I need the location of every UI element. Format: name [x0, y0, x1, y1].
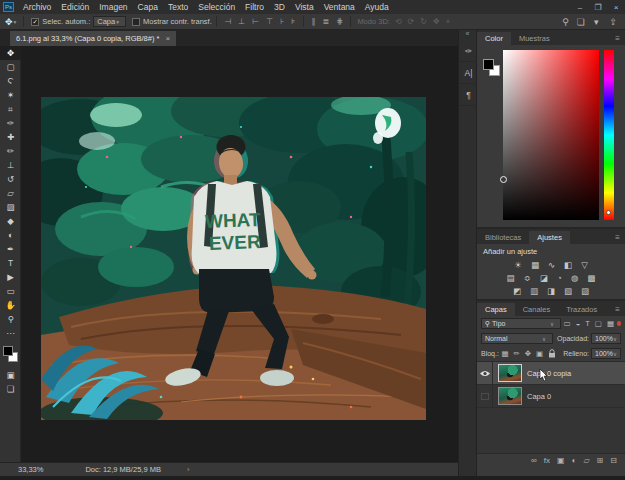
canvas-area[interactable]: WHAT EVER [22, 46, 458, 462]
color-balance-icon[interactable]: ≎ [524, 273, 531, 283]
tool-screen-mode[interactable]: ❏ [0, 382, 21, 396]
new-adjustment-layer-icon[interactable]: ◐ [572, 456, 577, 465]
foreground-color-swatch[interactable] [3, 346, 13, 356]
tool-zoom[interactable]: ⚲ [0, 312, 21, 326]
color-picker-handle[interactable] [500, 176, 507, 183]
status-chevron-icon[interactable]: › [187, 465, 190, 474]
new-layer-icon[interactable]: ⊞ [597, 456, 604, 465]
tool-shape[interactable]: ▭ [0, 284, 21, 298]
tab-canales[interactable]: Canales [515, 303, 559, 316]
menu-vista[interactable]: Vista [290, 2, 319, 12]
lock-artboard-icon[interactable]: ▣ [534, 349, 546, 358]
layer-filter-dropdown[interactable]: ⚲ Tipo ∨ [481, 318, 561, 329]
filter-pixel-layers-icon[interactable]: ▭ [561, 319, 573, 328]
visibility-eye-off[interactable] [477, 385, 493, 408]
filter-shape-layers-icon[interactable]: ▢ [592, 319, 604, 328]
layer-style-fx-icon[interactable]: fx [544, 456, 550, 465]
tool-path-selection[interactable]: ▶ [0, 270, 21, 284]
invert-icon[interactable]: ◩ [513, 286, 521, 296]
lock-transparency-icon[interactable]: ▦ [499, 349, 511, 358]
tool-eyedropper[interactable]: ✑ [0, 116, 21, 130]
show-transform-checkbox[interactable] [132, 18, 140, 26]
tool-pen[interactable]: ✒ [0, 242, 21, 256]
menu-filtro[interactable]: Filtro [240, 2, 269, 12]
auto-select-target-dropdown[interactable]: Capa ▾ [93, 16, 126, 27]
color-lookup-icon[interactable]: ▩ [587, 273, 595, 283]
posterize-icon[interactable]: ▥ [530, 286, 538, 296]
tab-ajustes[interactable]: Ajustes [529, 231, 570, 244]
distribute-h-icon[interactable]: ∥ [308, 17, 319, 26]
panel-menu-icon[interactable]: ≡ [610, 233, 625, 244]
character-panel-icon[interactable]: A| [459, 62, 478, 84]
link-layers-icon[interactable]: ∞ [531, 456, 537, 465]
tool-edit-toolbar[interactable]: ⋯ [0, 326, 21, 340]
tool-eraser[interactable]: ▱ [0, 186, 21, 200]
align-left-icon[interactable]: ⊣ [221, 17, 235, 26]
exposure-icon[interactable]: ◧ [564, 260, 572, 270]
auto-select-checkbox[interactable]: ✓ [31, 18, 39, 26]
hue-slider-handle[interactable] [606, 210, 611, 215]
align-right-icon[interactable]: ⊢ [249, 17, 263, 26]
align-bottom-icon[interactable]: ⊧ [288, 17, 299, 26]
tool-marquee[interactable]: ▢ [0, 60, 21, 74]
layer-name[interactable]: Capa 0 copia [527, 369, 571, 378]
menu-seleccion[interactable]: Selección [193, 2, 240, 12]
tab-close-icon[interactable]: × [165, 34, 170, 43]
panel-menu-icon[interactable]: ≡ [610, 305, 625, 316]
photo-canvas[interactable]: WHAT EVER [41, 97, 426, 420]
fill-dropdown[interactable]: 100% ∨ [591, 348, 621, 359]
curves-icon[interactable]: ∿ [548, 260, 555, 270]
foreground-color-swatch[interactable] [483, 59, 494, 70]
tool-lasso[interactable]: Ϛ [0, 74, 21, 88]
align-top-icon[interactable]: ⊤ [263, 17, 277, 26]
filter-smart-objects-icon[interactable]: ▦ [604, 319, 616, 328]
channel-mixer-icon[interactable]: ◍ [571, 273, 578, 283]
zoom-level-field[interactable]: 33,33% [18, 465, 43, 474]
filter-type-layers-icon[interactable]: T [583, 319, 593, 328]
visibility-eye-icon[interactable] [477, 362, 493, 385]
layer-row-capa-0-copia[interactable]: Capa 0 copia [477, 362, 625, 385]
new-group-icon[interactable]: ▱ [583, 456, 589, 465]
align-hcenter-icon[interactable]: ⊥ [235, 17, 249, 26]
tool-healing-brush[interactable]: ✚ [0, 130, 21, 144]
align-vcenter-icon[interactable]: ⊦ [277, 17, 288, 26]
chevron-down-icon[interactable]: ▾ [590, 17, 603, 27]
threshold-icon[interactable]: ◨ [547, 286, 555, 296]
menu-archivo[interactable]: Archivo [18, 2, 56, 12]
black-white-icon[interactable]: ◪ [540, 273, 548, 283]
tool-history-brush[interactable]: ↺ [0, 172, 21, 186]
panel-menu-icon[interactable]: ≡ [610, 34, 625, 45]
restore-button[interactable]: ❐ [589, 3, 607, 12]
tool-type[interactable]: T [0, 256, 21, 270]
document-tab[interactable]: 6.1.png al 33,3% (Capa 0 copia, RGB/8#) … [10, 31, 176, 46]
search-icon[interactable]: ⚲ [558, 17, 573, 27]
menu-edicion[interactable]: Edición [56, 2, 94, 12]
tool-quick-mask[interactable]: ▣ [0, 368, 21, 382]
tool-quick-selection[interactable]: ✶ [0, 88, 21, 102]
tab-trazados[interactable]: Trazados [558, 303, 605, 316]
layer-row-capa-0[interactable]: Capa 0 [477, 385, 625, 408]
layer-filtering-toggle[interactable] [617, 321, 622, 326]
paragraph-panel-icon[interactable]: ¶ [459, 84, 478, 106]
layer-thumbnail[interactable] [498, 387, 522, 405]
hue-saturation-icon[interactable]: ▤ [507, 273, 515, 283]
layer-name[interactable]: Capa 0 [527, 392, 551, 401]
tool-crop[interactable]: ⌗ [0, 102, 21, 116]
tool-blur[interactable]: ◆ [0, 214, 21, 228]
menu-texto[interactable]: Texto [163, 2, 193, 12]
brightness-contrast-icon[interactable]: ☀ [514, 260, 522, 270]
chevron-down-icon[interactable]: ▾ [14, 19, 17, 25]
share-icon[interactable]: ⇪ [605, 17, 621, 27]
delete-layer-icon[interactable]: ⊟ [610, 456, 617, 465]
lock-position-icon[interactable]: ✥ [522, 349, 533, 358]
tool-brush[interactable]: ✏ [0, 144, 21, 158]
gradient-map-icon[interactable]: ▧ [564, 286, 572, 296]
filter-adjustment-layers-icon[interactable]: ◒ [573, 319, 583, 328]
distribute-v-icon[interactable]: ≣ [319, 17, 333, 26]
tool-gradient[interactable]: ▨ [0, 200, 21, 214]
tab-capas[interactable]: Capas [477, 303, 515, 316]
hue-slider[interactable] [604, 50, 614, 220]
workspace-icon[interactable]: ❏ [573, 17, 589, 27]
vibrance-icon[interactable]: ▽ [581, 260, 588, 270]
tool-hand[interactable]: ✋ [0, 298, 21, 312]
